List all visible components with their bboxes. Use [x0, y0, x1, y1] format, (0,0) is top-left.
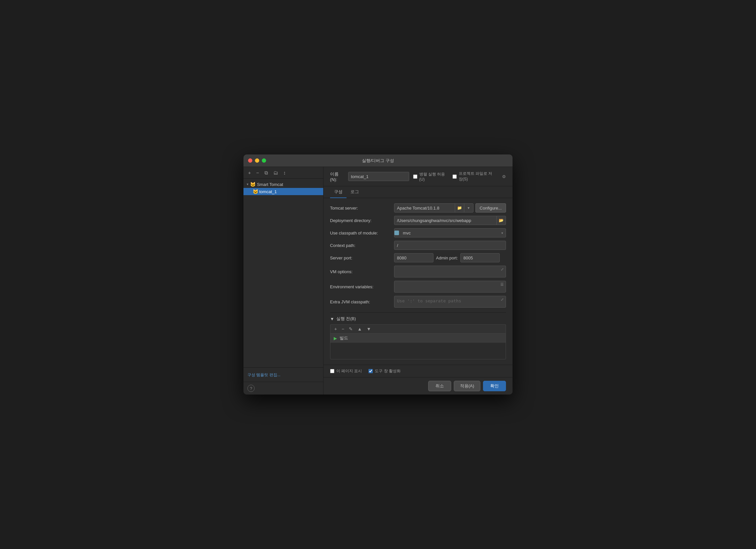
- extra-jvm-row: Extra JVM classpath: ⤢: [330, 296, 506, 307]
- close-button[interactable]: [248, 158, 252, 163]
- classpath-module-row: Use classpath of module: mvc ▾: [330, 228, 506, 238]
- maximize-button[interactable]: [262, 158, 266, 163]
- configure-button[interactable]: Configure...: [475, 203, 506, 213]
- move-config-button[interactable]: 🗂: [272, 170, 280, 176]
- env-variables-input[interactable]: [394, 281, 498, 290]
- classpath-module-label: Use classpath of module:: [330, 231, 394, 236]
- header-options: 병렬 실행 허용(U) 프로젝트 파일로 저장(S) ⚙: [413, 171, 506, 182]
- before-run-list: ▶ 빌드: [330, 333, 506, 359]
- sidebar-toolbar: + − ⧉ 🗂 ↕: [243, 167, 323, 179]
- bottom-checkboxes: 이 페이지 표시 도구 창 활성화: [324, 365, 513, 377]
- deployment-folder-icon-btn[interactable]: 📂: [496, 216, 506, 225]
- parallel-run-checkbox[interactable]: [413, 175, 417, 179]
- deployment-dir-field: 📂: [394, 216, 506, 225]
- env-variables-label: Environment variables:: [330, 284, 394, 289]
- template-edit-link[interactable]: 구성 템플릿 편집...: [247, 372, 281, 377]
- before-run-label: 실행 전(B): [336, 316, 356, 322]
- tree-group-smart-tomcat: ▼ 🐱 Smart Tomcat 🐱 tomcat_1: [243, 180, 323, 196]
- tomcat-server-row: Tomcat server: 📁 ▾ Configure...: [330, 203, 506, 213]
- vm-options-input[interactable]: [394, 266, 499, 275]
- before-run-chevron-icon: ▼: [330, 316, 334, 321]
- chevron-down-icon: ▼: [246, 183, 249, 186]
- classpath-module-dropdown: mvc ▾: [394, 228, 506, 238]
- apply-button[interactable]: 적용(A): [454, 381, 480, 391]
- activate-toolbar-checkbox[interactable]: [368, 369, 373, 373]
- minimize-button[interactable]: [255, 158, 259, 163]
- extra-jvm-label: Extra JVM classpath:: [330, 299, 394, 304]
- name-input[interactable]: [348, 172, 409, 181]
- context-path-field: [394, 241, 506, 250]
- vm-options-wrapper: ⤢: [394, 266, 506, 277]
- content-header: 이름(N): 병렬 실행 허용(U) 프로젝트 파일로 저장(S) ⚙: [324, 167, 513, 186]
- extra-jvm-input[interactable]: [394, 296, 499, 305]
- env-variables-wrapper: ☰: [394, 281, 506, 292]
- port-inputs: Admin port:: [394, 253, 506, 263]
- sidebar-footer: ?: [243, 382, 323, 394]
- vm-options-label: VM options:: [330, 269, 394, 274]
- before-run-add-button[interactable]: +: [333, 326, 338, 332]
- sidebar: + − ⧉ 🗂 ↕ ▼ 🐱 Smart Tomcat 🐱 tomcat_1: [243, 167, 324, 394]
- before-run-section: ▼ 실행 전(B) + − ✎ ▲ ▼ ▶ 빌드: [330, 316, 506, 359]
- ok-button[interactable]: 확인: [483, 381, 506, 391]
- before-run-edit-button[interactable]: ✎: [347, 326, 354, 332]
- deployment-dir-row: Deployment directory: 📂: [330, 216, 506, 225]
- content-area: 이름(N): 병렬 실행 허용(U) 프로젝트 파일로 저장(S) ⚙: [324, 167, 513, 394]
- add-config-button[interactable]: +: [247, 170, 252, 176]
- port-field: Admin port:: [394, 253, 506, 263]
- deployment-dir-input[interactable]: [394, 217, 496, 224]
- tree-item-label: tomcat_1: [259, 189, 277, 194]
- before-run-item[interactable]: ▶ 빌드: [330, 333, 506, 343]
- vm-options-row: VM options: ⤢: [330, 266, 506, 277]
- context-path-input[interactable]: [394, 241, 506, 250]
- copy-config-button[interactable]: ⧉: [263, 170, 269, 176]
- context-path-row: Context path:: [330, 241, 506, 250]
- admin-port-input[interactable]: [460, 253, 500, 263]
- cancel-button[interactable]: 취소: [428, 381, 451, 391]
- section-divider: [330, 312, 506, 312]
- tomcat-group-icon: 🐱: [250, 182, 256, 187]
- extra-jvm-expand-icon: ⤢: [499, 296, 506, 303]
- remove-config-button[interactable]: −: [255, 170, 261, 176]
- parallel-run-label[interactable]: 병렬 실행 허용(U): [413, 172, 446, 182]
- tomcat-server-input[interactable]: [394, 204, 455, 212]
- env-variables-row: Environment variables: ☰: [330, 281, 506, 292]
- activate-toolbar-label[interactable]: 도구 창 활성화: [368, 368, 401, 374]
- tab-log[interactable]: 로그: [347, 186, 363, 198]
- tree-group-label: Smart Tomcat: [257, 182, 283, 187]
- tabs: 구성 로그: [324, 186, 513, 198]
- tab-config[interactable]: 구성: [330, 186, 347, 198]
- admin-port-label: Admin port:: [436, 256, 458, 261]
- module-icon: [394, 231, 399, 235]
- project-file-checkbox[interactable]: [452, 175, 457, 179]
- before-run-remove-button[interactable]: −: [340, 326, 346, 332]
- classpath-module-field: mvc ▾: [394, 228, 506, 238]
- sort-config-button[interactable]: ↕: [282, 170, 287, 176]
- before-run-toolbar: + − ✎ ▲ ▼: [330, 324, 506, 333]
- form-content: Tomcat server: 📁 ▾ Configure... Deployme…: [324, 198, 513, 365]
- dialog-window: 실행/디버그 구성 + − ⧉ 🗂 ↕ ▼ 🐱 Smart Tomcat: [243, 155, 513, 394]
- show-page-checkbox[interactable]: [330, 369, 334, 373]
- main-layout: + − ⧉ 🗂 ↕ ▼ 🐱 Smart Tomcat 🐱 tomcat_1: [243, 167, 513, 394]
- before-run-down-button[interactable]: ▼: [365, 326, 372, 332]
- vm-options-field: ⤢: [394, 266, 506, 277]
- show-page-label[interactable]: 이 페이지 표시: [330, 368, 362, 374]
- title-bar: 실행/디버그 구성: [243, 155, 513, 167]
- build-icon: ▶: [334, 336, 337, 341]
- classpath-module-select[interactable]: mvc: [400, 229, 506, 237]
- before-run-up-button[interactable]: ▲: [356, 326, 363, 332]
- server-port-input[interactable]: [394, 253, 433, 263]
- env-edit-icon: ☰: [498, 281, 506, 288]
- deployment-dir-label: Deployment directory:: [330, 218, 394, 223]
- dialog-footer: 취소 적용(A) 확인: [324, 377, 513, 394]
- sidebar-tree: ▼ 🐱 Smart Tomcat 🐱 tomcat_1: [243, 179, 323, 367]
- dropdown-icon-btn[interactable]: ▾: [464, 204, 473, 212]
- tree-item-tomcat1[interactable]: 🐱 tomcat_1: [243, 188, 323, 195]
- folder-icon-btn[interactable]: 📁: [455, 204, 464, 212]
- tomcat-server-field: 📁 ▾ Configure...: [394, 203, 506, 213]
- project-file-label[interactable]: 프로젝트 파일로 저장(S): [452, 171, 495, 182]
- tomcat-server-input-wrapper: 📁 ▾: [394, 203, 473, 213]
- gear-icon[interactable]: ⚙: [502, 174, 506, 179]
- before-run-header: ▼ 실행 전(B): [330, 316, 506, 322]
- help-button[interactable]: ?: [247, 385, 255, 392]
- tree-group-header[interactable]: ▼ 🐱 Smart Tomcat: [243, 181, 323, 188]
